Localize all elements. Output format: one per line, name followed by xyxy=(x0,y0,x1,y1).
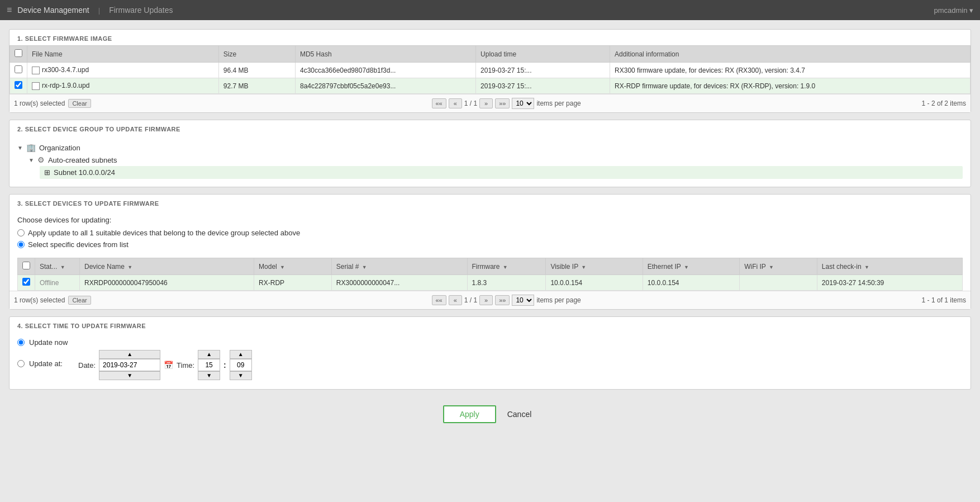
device-wifi-ip xyxy=(740,275,817,291)
radio-update-at[interactable] xyxy=(17,360,25,367)
calendar-icon[interactable]: 📅 xyxy=(164,361,173,370)
choose-label: Choose devices for updating: xyxy=(17,216,963,224)
date-label: Date: xyxy=(78,361,96,370)
firmware-table: File Name Size MD5 Hash Upload time Addi… xyxy=(9,45,971,94)
minute-down-button[interactable]: ▼ xyxy=(230,371,252,380)
device-status: Offline xyxy=(35,275,80,291)
firmware-row[interactable]: rx300-3.4.7.upd 96.4 MB 4c30cca366e0ed98… xyxy=(10,63,971,78)
sort-icon-model: ▼ xyxy=(280,264,285,270)
radio-all-input[interactable] xyxy=(17,229,25,236)
th-addinfo: Additional information xyxy=(610,46,971,63)
devices-prev-page[interactable]: « xyxy=(449,295,462,305)
firmware-md5: 4c30cca366e0ed9807d8b1f3d... xyxy=(295,63,475,78)
date-input[interactable]: 2019-03-27 xyxy=(99,359,160,371)
tree-root-label: Organization xyxy=(39,144,80,152)
firmware-page-info: 1 / 1 xyxy=(464,100,477,107)
section3-title: 3. SELECT DEVICES TO UPDATE FIRMWARE xyxy=(9,195,971,210)
firmware-filename: rx-rdp-1.9.0.upd xyxy=(27,78,219,94)
tree-subnets[interactable]: ▼ ⚙ Auto-created subnets xyxy=(28,154,963,166)
device-row-checkbox xyxy=(18,275,35,291)
radio-specific-input[interactable] xyxy=(17,241,25,248)
tree-grandchildren: ⊞ Subnet 10.0.0.0/24 xyxy=(40,166,963,179)
file-icon xyxy=(32,67,40,74)
date-down-button[interactable]: ▼ xyxy=(99,371,160,380)
section-device-group: 2. SELECT DEVICE GROUP TO UPDATE FIRMWAR… xyxy=(9,120,971,187)
devices-clear-button[interactable]: Clear xyxy=(68,296,91,305)
firmware-checkbox-0[interactable] xyxy=(15,65,22,73)
device-row[interactable]: Offline RXRDP0000000047950046 RX-RDP RX3… xyxy=(18,275,963,291)
select-all-firmware[interactable] xyxy=(15,49,22,57)
th-visibleip[interactable]: Visible IP ▼ xyxy=(546,258,643,275)
radio-specific-option: Select specific devices from list xyxy=(17,240,963,249)
user-menu[interactable]: pmcadmin ▾ xyxy=(934,6,973,15)
main-content: 1. SELECT FIRMWARE IMAGE File Name Size … xyxy=(0,20,980,441)
tree-subnet-item[interactable]: ⊞ Subnet 10.0.0.0/24 xyxy=(40,166,963,179)
cancel-button[interactable]: Cancel xyxy=(502,406,537,422)
tree-root[interactable]: ▼ 🏢 Organization xyxy=(17,141,963,154)
devices-first-page[interactable]: «« xyxy=(432,295,446,305)
firmware-next-page[interactable]: » xyxy=(479,98,493,108)
tree-children: ▼ ⚙ Auto-created subnets ⊞ Subnet 10.0.0… xyxy=(28,154,963,179)
firmware-clear-button[interactable]: Clear xyxy=(68,99,91,108)
page-title: Firmware Updates xyxy=(109,6,173,15)
devices-last-page[interactable]: »» xyxy=(495,295,510,305)
th-model[interactable]: Model ▼ xyxy=(254,258,332,275)
radio-update-now[interactable] xyxy=(17,339,25,346)
devices-selected-count: 1 row(s) selected xyxy=(14,296,65,304)
devices-count: 1 - 1 of 1 items xyxy=(922,296,966,304)
device-visible-ip: 10.0.0.154 xyxy=(546,275,643,291)
firmware-md5: 8a4c228797cbbf05c5a2e0e93... xyxy=(295,78,475,94)
firmware-upload: 2019-03-27 15:... xyxy=(476,78,610,94)
firmware-pagination: 1 row(s) selected Clear «« « 1 / 1 » »» … xyxy=(9,94,971,112)
th-ethernetip[interactable]: Ethernet IP ▼ xyxy=(643,258,739,275)
firmware-pagination-left: 1 row(s) selected Clear xyxy=(14,99,91,108)
sort-icon-status: ▼ xyxy=(60,264,65,270)
menu-icon[interactable]: ≡ xyxy=(7,5,12,15)
th-upload: Upload time xyxy=(476,46,610,63)
minute-up-button[interactable]: ▲ xyxy=(230,350,252,359)
header-separator: | xyxy=(98,6,100,15)
firmware-last-page[interactable]: »» xyxy=(495,98,510,108)
apply-button[interactable]: Apply xyxy=(443,405,496,423)
devices-per-page-label: items per page xyxy=(536,296,581,304)
devices-pagination-left: 1 row(s) selected Clear xyxy=(14,296,91,305)
firmware-first-page[interactable]: «« xyxy=(432,98,446,108)
radio-all-label: Apply update to all 1 suitable devices t… xyxy=(28,229,300,237)
minute-input[interactable] xyxy=(230,359,252,371)
section-update-time: 4. SELECT TIME TO UPDATE FIRMWARE Update… xyxy=(9,316,971,390)
hour-up-button[interactable]: ▲ xyxy=(198,350,220,359)
firmware-row-checkbox xyxy=(10,63,27,78)
th-devname[interactable]: Device Name ▼ xyxy=(80,258,254,275)
time-label: Time: xyxy=(177,361,194,370)
th-firmware[interactable]: Firmware ▼ xyxy=(467,258,546,275)
date-up-button[interactable]: ▲ xyxy=(99,350,160,359)
time-colon: : xyxy=(223,361,226,370)
th-serial[interactable]: Serial # ▼ xyxy=(331,258,467,275)
devices-next-page[interactable]: » xyxy=(479,295,493,305)
th-wifiip[interactable]: WiFi IP ▼ xyxy=(740,258,817,275)
hour-input[interactable] xyxy=(198,359,220,371)
update-now-label: Update now xyxy=(29,338,68,347)
firmware-info: RX-RDP firmware update, for devices: RX … xyxy=(610,78,971,94)
th-lastcheckin[interactable]: Last check-in ▼ xyxy=(817,258,962,275)
devices-per-page-select[interactable]: 10 25 50 xyxy=(512,295,534,306)
sort-icon-lastcheckin: ▼ xyxy=(864,264,869,270)
devices-page-info: 1 / 1 xyxy=(464,296,477,304)
firmware-checkbox-1[interactable] xyxy=(15,81,22,89)
firmware-filename: rx300-3.4.7.upd xyxy=(27,63,219,78)
footer-buttons: Apply Cancel xyxy=(9,396,971,432)
th-checkbox xyxy=(10,46,27,63)
device-checkbox-0[interactable] xyxy=(22,278,30,286)
section2-title: 2. SELECT DEVICE GROUP TO UPDATE FIRMWAR… xyxy=(9,120,971,136)
hour-down-button[interactable]: ▼ xyxy=(198,371,220,380)
firmware-row[interactable]: rx-rdp-1.9.0.upd 92.7 MB 8a4c228797cbbf0… xyxy=(10,78,971,94)
firmware-prev-page[interactable]: « xyxy=(449,98,462,108)
devices-table: Stat... ▼ Device Name ▼ Model ▼ Serial #… xyxy=(17,258,963,291)
section4-title: 4. SELECT TIME TO UPDATE FIRMWARE xyxy=(9,317,971,333)
hour-spinbox: ▲ ▼ xyxy=(198,350,220,380)
device-last-checkin: 2019-03-27 14:50:39 xyxy=(817,275,962,291)
firmware-per-page-select[interactable]: 10 25 50 xyxy=(512,98,534,109)
sort-icon-devname: ▼ xyxy=(127,264,132,270)
radio-all-option: Apply update to all 1 suitable devices t… xyxy=(17,229,963,237)
select-all-devices[interactable] xyxy=(22,262,30,269)
